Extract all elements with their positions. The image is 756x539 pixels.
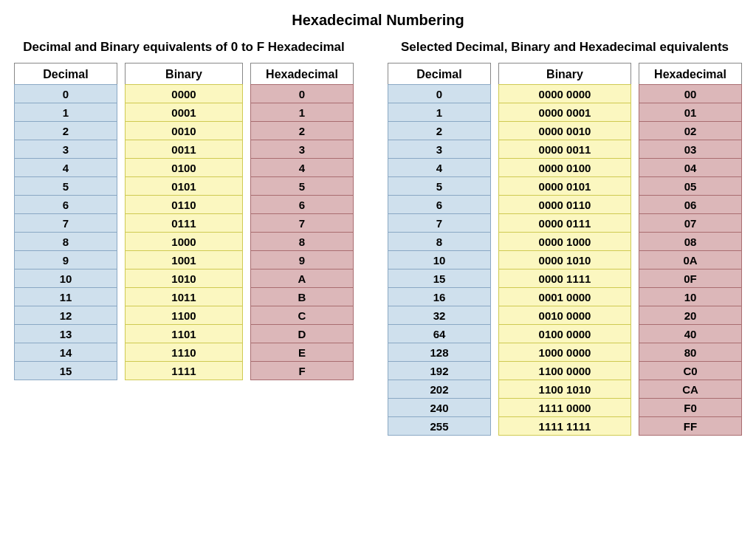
table-cell-decimal: 13 bbox=[14, 324, 117, 343]
table-cell-hex: 8 bbox=[250, 232, 354, 251]
table-left-subtitle: Decimal and Binary equivalents of 0 to F… bbox=[23, 39, 345, 55]
table-cell-hex: F0 bbox=[639, 398, 742, 417]
table-cell-binary: 0011 bbox=[125, 140, 243, 159]
table-cell-binary: 1000 0000 bbox=[498, 343, 631, 362]
table-cell-decimal: 9 bbox=[14, 250, 117, 270]
table-cell-hex: 03 bbox=[639, 140, 742, 159]
table-cell-hex: 5 bbox=[250, 176, 354, 196]
table-cell-hex: 4 bbox=[250, 158, 354, 177]
table-cell-decimal: 5 bbox=[388, 176, 491, 196]
table-cell-binary: 0000 0011 bbox=[498, 140, 631, 159]
right-col-binary: Binary 0000 00000000 00010000 00100000 0… bbox=[498, 63, 631, 436]
table-cell-decimal: 64 bbox=[388, 324, 491, 343]
left-header-hex: Hexadecimal bbox=[250, 63, 354, 85]
left-header-decimal: Decimal bbox=[14, 63, 117, 85]
table-cell-hex: CA bbox=[639, 380, 742, 399]
table-right: Selected Decimal, Binary and Hexadecimal… bbox=[388, 39, 742, 436]
table-cell-binary: 0000 0101 bbox=[498, 176, 631, 196]
table-cell-decimal: 10 bbox=[14, 269, 117, 288]
table-cell-binary: 1111 bbox=[125, 361, 243, 380]
table-cell-hex: 05 bbox=[639, 176, 742, 196]
table-cell-binary: 0000 0001 bbox=[498, 103, 631, 122]
table-cell-hex: 80 bbox=[639, 343, 742, 362]
table-cell-hex: 0 bbox=[250, 84, 354, 103]
table-cell-decimal: 202 bbox=[388, 380, 491, 399]
table-right-subtitle: Selected Decimal, Binary and Hexadecimal… bbox=[401, 39, 729, 55]
right-header-binary: Binary bbox=[498, 63, 631, 85]
table-cell-hex: 00 bbox=[639, 84, 742, 103]
table-cell-binary: 0010 bbox=[125, 121, 243, 140]
table-cell-hex: C0 bbox=[639, 361, 742, 380]
table-cell-hex: 20 bbox=[639, 306, 742, 325]
table-cell-binary: 0000 1010 bbox=[498, 250, 631, 270]
table-cell-binary: 0000 bbox=[125, 84, 243, 103]
left-col-hex: Hexadecimal 0123456789ABCDEF bbox=[250, 63, 354, 380]
table-cell-decimal: 8 bbox=[388, 232, 491, 251]
table-cell-binary: 0101 bbox=[125, 176, 243, 196]
left-col-decimal: Decimal 0123456789101112131415 bbox=[14, 63, 117, 380]
tables-row: Decimal and Binary equivalents of 0 to F… bbox=[15, 39, 741, 436]
table-cell-hex: 6 bbox=[250, 195, 354, 214]
table-cell-binary: 1100 1010 bbox=[498, 380, 631, 399]
table-cell-binary: 0000 0110 bbox=[498, 195, 631, 214]
table-cell-hex: C bbox=[250, 306, 354, 325]
left-col-binary: Binary 000000010010001101000101011001111… bbox=[125, 63, 243, 380]
table-cell-decimal: 14 bbox=[14, 343, 117, 362]
table-cell-hex: 9 bbox=[250, 250, 354, 270]
table-cell-hex: 06 bbox=[639, 195, 742, 214]
table-cell-hex: 02 bbox=[639, 121, 742, 140]
table-cell-binary: 1000 bbox=[125, 232, 243, 251]
table-cell-decimal: 2 bbox=[388, 121, 491, 140]
table-cell-binary: 0100 bbox=[125, 158, 243, 177]
table-cell-hex: D bbox=[250, 324, 354, 343]
table-cell-decimal: 192 bbox=[388, 361, 491, 380]
table-cell-decimal: 6 bbox=[14, 195, 117, 214]
table-cell-decimal: 7 bbox=[14, 213, 117, 233]
table-cell-decimal: 15 bbox=[388, 269, 491, 288]
table-cell-binary: 0001 0000 bbox=[498, 287, 631, 306]
table-cell-decimal: 240 bbox=[388, 398, 491, 417]
table-cell-hex: E bbox=[250, 343, 354, 362]
table-cell-binary: 0000 0100 bbox=[498, 158, 631, 177]
table-cell-binary: 1111 1111 bbox=[498, 416, 631, 436]
table-cell-decimal: 8 bbox=[14, 232, 117, 251]
table-cell-binary: 0001 bbox=[125, 103, 243, 122]
table-cell-hex: 10 bbox=[639, 287, 742, 306]
table-cell-hex: B bbox=[250, 287, 354, 306]
table-cell-binary: 1100 0000 bbox=[498, 361, 631, 380]
table-cell-decimal: 128 bbox=[388, 343, 491, 362]
table-cell-decimal: 12 bbox=[14, 306, 117, 325]
right-col-hex: Hexadecimal 0001020304050607080A0F102040… bbox=[639, 63, 742, 436]
table-cell-hex: 0A bbox=[639, 250, 742, 270]
table-cell-binary: 1111 0000 bbox=[498, 398, 631, 417]
table-cell-decimal: 1 bbox=[14, 103, 117, 122]
right-col-decimal: Decimal 01234567810151632641281922022402… bbox=[388, 63, 491, 436]
table-cell-binary: 0000 1111 bbox=[498, 269, 631, 288]
table-cell-binary: 0000 0010 bbox=[498, 121, 631, 140]
table-cell-binary: 1100 bbox=[125, 306, 243, 325]
table-cell-decimal: 4 bbox=[14, 158, 117, 177]
table-cell-hex: 1 bbox=[250, 103, 354, 122]
table-left: Decimal and Binary equivalents of 0 to F… bbox=[14, 39, 354, 380]
table-cell-hex: 3 bbox=[250, 140, 354, 159]
table-cell-decimal: 5 bbox=[14, 176, 117, 196]
table-cell-hex: A bbox=[250, 269, 354, 288]
table-cell-decimal: 10 bbox=[388, 250, 491, 270]
table-cell-hex: 01 bbox=[639, 103, 742, 122]
table-cell-decimal: 6 bbox=[388, 195, 491, 214]
table-cell-decimal: 16 bbox=[388, 287, 491, 306]
table-cell-binary: 1101 bbox=[125, 324, 243, 343]
table-cell-decimal: 0 bbox=[14, 84, 117, 103]
table-cell-binary: 1011 bbox=[125, 287, 243, 306]
table-cell-decimal: 255 bbox=[388, 416, 491, 436]
table-cell-decimal: 4 bbox=[388, 158, 491, 177]
right-header-decimal: Decimal bbox=[388, 63, 491, 85]
table-cell-binary: 1001 bbox=[125, 250, 243, 270]
table-cell-decimal: 3 bbox=[14, 140, 117, 159]
table-cell-binary: 1010 bbox=[125, 269, 243, 288]
table-cell-binary: 0111 bbox=[125, 213, 243, 233]
table-cell-hex: FF bbox=[639, 416, 742, 436]
right-header-hex: Hexadecimal bbox=[639, 63, 742, 85]
table-cell-hex: F bbox=[250, 361, 354, 380]
table-cell-hex: 07 bbox=[639, 213, 742, 233]
